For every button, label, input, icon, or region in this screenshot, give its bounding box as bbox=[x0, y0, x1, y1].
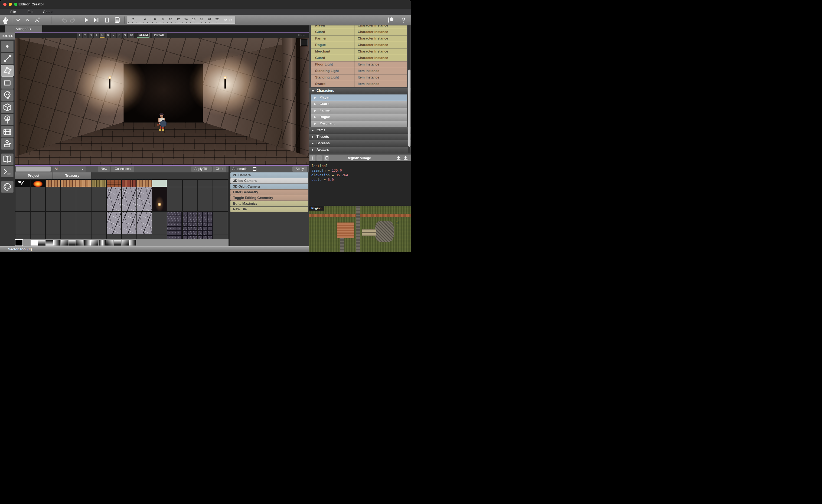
tab-village3d[interactable]: Village3D bbox=[5, 25, 42, 32]
tile-wood-dark[interactable] bbox=[91, 180, 106, 187]
book-tool[interactable] bbox=[1, 153, 14, 165]
tile-empty[interactable] bbox=[183, 180, 197, 187]
minimize-window-button[interactable] bbox=[9, 3, 12, 6]
log-icon[interactable] bbox=[113, 16, 121, 24]
section-avatars[interactable]: Avatars bbox=[309, 147, 411, 153]
swatch-gd2[interactable] bbox=[76, 240, 83, 245]
layer-tab-6[interactable]: 6 bbox=[106, 33, 110, 38]
layer-tab-7[interactable]: 7 bbox=[111, 33, 116, 38]
tile-stone[interactable] bbox=[137, 212, 151, 234]
tile-empty[interactable] bbox=[91, 187, 106, 211]
outline-item-rogue[interactable]: Rogue bbox=[311, 114, 407, 120]
tile-wood[interactable] bbox=[137, 180, 151, 187]
new-button[interactable]: New bbox=[98, 166, 110, 171]
tile-wood[interactable] bbox=[46, 180, 60, 187]
outline-item-guard[interactable]: Guard bbox=[311, 101, 407, 107]
menu-edit[interactable]: Edit bbox=[27, 9, 33, 15]
tile-stone[interactable] bbox=[107, 187, 121, 211]
tile-empty[interactable] bbox=[152, 212, 167, 234]
layer-tab-5[interactable]: 5 bbox=[100, 33, 104, 38]
tile-empty[interactable] bbox=[76, 212, 91, 234]
instance-row[interactable]: SwordItem Instance bbox=[311, 81, 407, 87]
button-3d-orbit-camera[interactable]: 3D Orbit Camera bbox=[231, 184, 308, 189]
linedef-tool[interactable] bbox=[1, 53, 14, 64]
help-icon[interactable] bbox=[400, 16, 408, 24]
current-tile-preview[interactable] bbox=[301, 39, 308, 46]
sector-tool[interactable] bbox=[1, 65, 14, 77]
swatch-gd1[interactable] bbox=[121, 240, 129, 245]
button-filter-geometry[interactable]: Filter Geometry bbox=[231, 189, 308, 195]
timeline-scrubber[interactable]: 24 6810121416182022 04:37 bbox=[127, 17, 235, 24]
tile-empty[interactable] bbox=[15, 234, 30, 239]
mode-tab-geom[interactable]: GEOM bbox=[137, 33, 149, 38]
instance-row[interactable]: GuardCharacter Instance bbox=[311, 55, 407, 61]
section-items[interactable]: Items bbox=[309, 127, 411, 133]
instance-row[interactable]: Standing LightItem Instance bbox=[311, 74, 407, 81]
tile-empty[interactable] bbox=[137, 234, 151, 239]
swatch-gv[interactable] bbox=[68, 240, 75, 245]
tile-empty[interactable] bbox=[91, 212, 106, 234]
tile-bluebrick[interactable] bbox=[167, 234, 182, 239]
tile-torch[interactable] bbox=[152, 187, 167, 211]
maximize-window-button[interactable] bbox=[14, 3, 17, 6]
tile-bluebrick[interactable] bbox=[198, 234, 213, 239]
instance-row[interactable]: FarmerCharacter Instance bbox=[311, 35, 407, 42]
tile-empty[interactable] bbox=[213, 187, 228, 211]
layer-tab-2[interactable]: 2 bbox=[83, 33, 87, 38]
redo-icon[interactable] bbox=[69, 16, 77, 24]
tile-bluebrick[interactable] bbox=[183, 234, 197, 239]
scrollbar-thumb[interactable] bbox=[408, 70, 410, 147]
mode-tab-detail[interactable]: DETAIL bbox=[151, 33, 167, 38]
apply-tile-button[interactable]: Apply Tile bbox=[191, 166, 212, 171]
right-panel-scrollbar[interactable] bbox=[408, 25, 410, 153]
tile-empty[interactable] bbox=[15, 187, 30, 211]
swatch-gd1[interactable] bbox=[61, 240, 68, 245]
item-tool[interactable] bbox=[1, 101, 14, 113]
swatch-gd2[interactable] bbox=[106, 240, 113, 245]
character-tool[interactable] bbox=[1, 89, 14, 101]
tile-empty[interactable] bbox=[61, 212, 75, 234]
tile-empty[interactable] bbox=[167, 187, 182, 211]
swatch-gv[interactable] bbox=[114, 240, 121, 245]
stamp-tool[interactable] bbox=[1, 138, 14, 150]
tile-wood[interactable] bbox=[76, 180, 91, 187]
tab-treasury[interactable]: Treasury bbox=[53, 172, 91, 179]
section-tilesets[interactable]: Tilesets bbox=[309, 134, 411, 140]
tile-bluebrick[interactable] bbox=[167, 212, 182, 234]
section-characters[interactable]: Characters bbox=[309, 88, 411, 94]
tile-stone[interactable] bbox=[122, 187, 136, 211]
rect-tool[interactable] bbox=[1, 77, 14, 89]
clear-button[interactable]: Clear bbox=[213, 166, 226, 171]
layer-tab-10[interactable]: 10 bbox=[128, 33, 134, 38]
outline-item-merchant[interactable]: Merchant bbox=[311, 120, 407, 127]
button-2d-camera[interactable]: 2D Camera bbox=[231, 172, 308, 178]
vertex-tool[interactable] bbox=[1, 41, 14, 52]
menu-game[interactable]: Game bbox=[43, 9, 52, 15]
instance-row[interactable]: MerchantCharacter Instance bbox=[311, 48, 407, 55]
swatch-gh[interactable] bbox=[53, 240, 60, 245]
menu-file[interactable]: File bbox=[10, 9, 16, 15]
remove-icon[interactable] bbox=[317, 155, 322, 161]
play-button[interactable] bbox=[82, 16, 90, 24]
tab-project[interactable]: Project bbox=[15, 172, 52, 179]
region-code-editor[interactable]: [action]azimuth = 135.0elevation = 35.26… bbox=[309, 161, 411, 206]
treasure-tool[interactable] bbox=[1, 126, 14, 137]
undo-icon[interactable] bbox=[60, 16, 68, 24]
tile-wood[interactable] bbox=[61, 180, 75, 187]
stop-button[interactable] bbox=[103, 16, 111, 24]
tile-empty[interactable] bbox=[91, 234, 106, 239]
button-edit-maximize[interactable]: Edit / Maximize bbox=[231, 201, 308, 206]
instance-row[interactable]: Floor LightItem Instance bbox=[311, 61, 407, 68]
tile-stone[interactable] bbox=[137, 187, 151, 211]
tile-bluebrick[interactable] bbox=[198, 212, 213, 234]
tile-empty[interactable] bbox=[46, 187, 60, 211]
region-minimap[interactable]: Region bbox=[309, 206, 411, 252]
collections-button[interactable]: Collections bbox=[111, 166, 134, 171]
patreon-icon[interactable] bbox=[387, 16, 395, 24]
tile-bluebrick[interactable] bbox=[183, 212, 197, 234]
tile-stone[interactable] bbox=[107, 212, 121, 234]
swatch-gvr[interactable] bbox=[46, 240, 53, 245]
tile-empty[interactable] bbox=[183, 187, 197, 211]
swatch-gh[interactable] bbox=[129, 240, 136, 245]
tile-empty[interactable] bbox=[213, 180, 228, 187]
